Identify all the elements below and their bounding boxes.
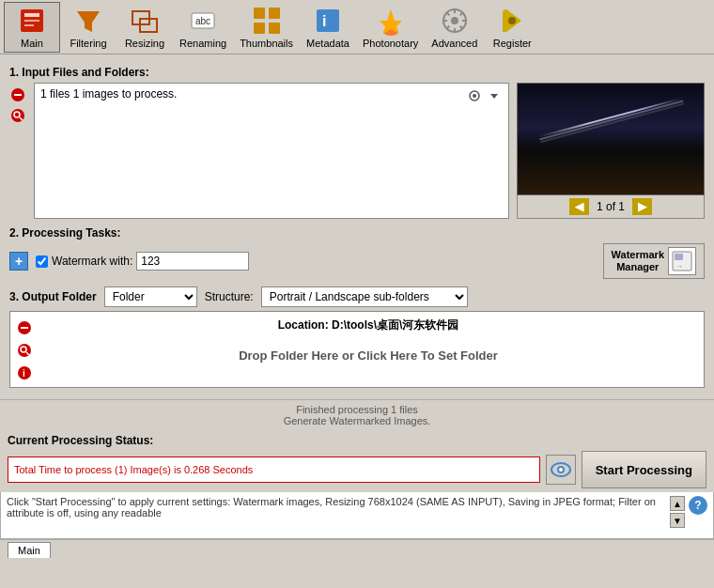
output-header: 3. Output Folder Folder Same Folder Cust… [9, 286, 705, 307]
wm-manager-line1: Watermark [612, 249, 664, 261]
zoom-input-button[interactable] [9, 107, 26, 124]
next-image-button[interactable]: ▶ [632, 198, 652, 215]
meta-icon: i [313, 6, 343, 36]
output-action-icons: i [16, 317, 33, 381]
structure-select[interactable]: Portrait / Landscape sub-folders None Da… [261, 286, 468, 307]
toolbar-advanced-label: Advanced [431, 38, 477, 49]
toolbar-item-advanced[interactable]: Advanced [425, 2, 484, 53]
svg-marker-4 [77, 11, 100, 32]
svg-point-34 [473, 94, 476, 98]
toolbar-resizing-label: Resizing [125, 38, 164, 49]
svg-rect-3 [24, 24, 34, 26]
toolbar-item-main[interactable]: Main [4, 2, 60, 53]
svg-rect-2 [24, 20, 39, 22]
help-button[interactable]: ? [689, 496, 707, 515]
main-icon [17, 6, 47, 36]
bottom-tab-bar: Main [0, 539, 714, 560]
start-processing-button[interactable]: Start Processing [582, 451, 706, 488]
current-status-section: Current Processing Status: Total Time to… [0, 430, 714, 492]
svg-line-26 [446, 25, 449, 28]
remove-input-button[interactable] [9, 86, 26, 103]
toolbar: Main Filtering Resizing abc Renaming [0, 0, 714, 54]
prev-image-button[interactable]: ◀ [569, 198, 589, 215]
dropdown-input-icon[interactable] [486, 87, 503, 104]
preview-page-text: 1 of 1 [597, 200, 625, 213]
toolbar-item-photonotary[interactable]: Photonotary [356, 2, 425, 53]
toolbar-item-filtering[interactable]: Filtering [60, 2, 116, 53]
processing-status-bar: Finished processing 1 files Generate Wat… [0, 399, 714, 430]
toolbar-filtering-label: Filtering [70, 38, 106, 49]
toolbar-main-label: Main [21, 38, 43, 49]
output-section: 3. Output Folder Folder Same Folder Cust… [9, 286, 705, 388]
toolbar-metadata-label: Metadata [306, 38, 349, 49]
watermark-manager-button[interactable]: Watermark Manager → [603, 243, 705, 279]
input-section-title: 1. Input Files and Folders: [9, 66, 705, 79]
svg-point-48 [559, 468, 563, 472]
output-folder-select[interactable]: Folder Same Folder Custom [104, 286, 197, 307]
wm-manager-icon: → [668, 247, 696, 275]
file-count-text: 1 files 1 images to process. [40, 87, 466, 101]
svg-rect-10 [269, 8, 280, 19]
svg-point-18 [451, 17, 458, 24]
tasks-row: + Watermark with: Watermark Manager → [9, 243, 705, 279]
svg-rect-12 [269, 23, 280, 34]
output-content: Location: D:\tools\桌面\河东软件园 Drop Folder … [39, 317, 698, 381]
status-row: Total Time to process (1) Image(s) is 0.… [8, 451, 706, 488]
toolbar-item-resizing[interactable]: Resizing [116, 2, 173, 53]
svg-rect-11 [254, 23, 265, 34]
log-text: Click "Start Processing" to apply curren… [7, 496, 666, 534]
input-section: 1 files 1 images to process. [9, 83, 705, 219]
task-checkbox-area: Watermark with: [36, 252, 596, 271]
svg-point-27 [508, 17, 516, 24]
filter-icon [73, 6, 103, 36]
log-area: Click "Start Processing" to apply curren… [0, 492, 714, 539]
scroll-up-button[interactable]: ▲ [670, 496, 685, 511]
current-status-title: Current Processing Status: [8, 434, 706, 447]
svg-text:i: i [23, 368, 25, 379]
remove-output-button[interactable] [16, 319, 33, 336]
toolbar-renaming-label: Renaming [179, 38, 226, 49]
structure-label: Structure: [205, 290, 254, 303]
preview-image [517, 83, 705, 195]
info-output-button[interactable]: i [16, 364, 33, 381]
drop-zone[interactable]: Drop Folder Here or Click Here To Set Fo… [39, 341, 698, 370]
main-tab[interactable]: Main [8, 542, 51, 558]
svg-line-25 [459, 12, 462, 15]
svg-text:→: → [676, 263, 683, 270]
preview-toggle-button[interactable] [546, 455, 576, 485]
input-file-box[interactable]: 1 files 1 images to process. [34, 83, 509, 219]
output-box: i Location: D:\tools\桌面\河东软件园 Drop Folde… [9, 311, 705, 388]
toolbar-item-thumbnails[interactable]: Thumbnails [233, 2, 300, 53]
output-label: 3. Output Folder [9, 290, 97, 303]
preview-panel: ◀ 1 of 1 ▶ [517, 83, 705, 219]
photo-icon [376, 6, 406, 36]
scroll-down-button[interactable]: ▼ [670, 513, 685, 528]
toolbar-register-label: Register [493, 38, 532, 49]
toolbar-photonotary-label: Photonotary [363, 38, 418, 49]
toolbar-thumbnails-label: Thumbnails [240, 38, 293, 49]
time-status-text: Total Time to process (1) Image(s) is 0.… [14, 464, 253, 475]
toolbar-item-metadata[interactable]: i Metadata [300, 2, 356, 53]
svg-line-23 [446, 12, 449, 15]
wm-manager-line2: Manager [616, 261, 659, 273]
reg-icon [497, 6, 527, 36]
location-value-text: D:\tools\桌面\河东软件园 [332, 318, 458, 332]
watermark-label: Watermark with: [52, 255, 132, 268]
main-content: 1. Input Files and Folders: 1 files 1 im… [0, 54, 714, 399]
log-scroll-controls: ▲ ▼ [670, 496, 685, 534]
watermark-value-input[interactable] [136, 252, 249, 271]
svg-rect-13 [317, 9, 339, 32]
zoom-output-button[interactable] [16, 342, 33, 359]
input-box-header: 1 files 1 images to process. [40, 87, 503, 104]
watermark-checkbox[interactable] [36, 255, 48, 268]
toolbar-item-register[interactable]: Register [484, 2, 540, 53]
svg-rect-9 [254, 8, 265, 19]
night-sky-image [518, 84, 704, 194]
preview-nav: ◀ 1 of 1 ▶ [517, 195, 705, 219]
svg-text:abc: abc [195, 16, 210, 26]
add-task-button[interactable]: + [9, 252, 28, 271]
svg-rect-1 [24, 13, 39, 17]
svg-text:i: i [322, 13, 326, 29]
toolbar-item-renaming[interactable]: abc Renaming [173, 2, 233, 53]
settings-input-icon[interactable] [466, 87, 483, 104]
